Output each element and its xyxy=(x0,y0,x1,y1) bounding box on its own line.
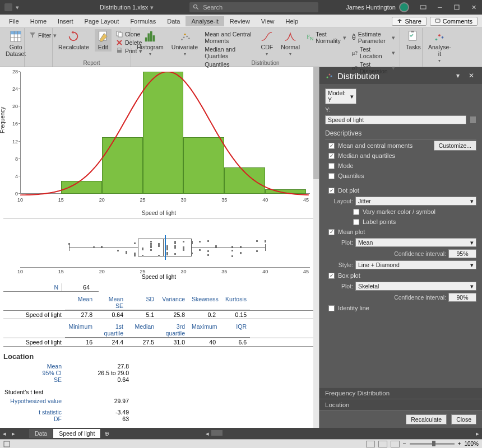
chk-meanplot[interactable]: ✓ xyxy=(328,229,335,235)
panel-recalculate-button[interactable]: Recalculate xyxy=(406,414,447,424)
stat-header: Kurtosis xyxy=(219,295,250,310)
section-location[interactable]: Location xyxy=(319,399,482,410)
mean-moments-button[interactable]: Mean and Central Moments xyxy=(203,30,255,45)
style-dropdown[interactable]: Line + Diamond▾ xyxy=(355,260,476,269)
hscroll-left[interactable]: ◂ xyxy=(206,430,209,437)
panel-close-footer-button[interactable]: Close xyxy=(451,414,476,424)
panel-close-button[interactable]: ✕ xyxy=(466,71,476,81)
loc-mean-v: 27.8 xyxy=(65,363,132,370)
estimate-parameter-button[interactable]: θ̂Estimate Parameter▾ xyxy=(351,30,396,45)
chk-mean-moments[interactable]: ✓ xyxy=(328,143,335,149)
view-normal[interactable] xyxy=(366,441,375,447)
ci95-input[interactable]: 95% xyxy=(448,249,476,258)
user-area[interactable]: James Huntington xyxy=(346,2,409,12)
jitter-point xyxy=(134,254,136,256)
share-button[interactable]: Share xyxy=(392,17,426,26)
tab-help[interactable]: Help xyxy=(280,16,304,26)
median-quartiles-button[interactable]: Median and Quartiles xyxy=(203,45,255,60)
sheet-prev[interactable]: ◂ xyxy=(0,430,9,437)
recalculate-button[interactable]: Recalculate xyxy=(56,29,91,52)
x-tick: 25 xyxy=(140,197,146,203)
tab-formulas[interactable]: Formulas xyxy=(124,16,161,26)
filename-dropdown[interactable]: ▾ xyxy=(148,4,156,11)
boxplot-chart: 1015202530354045 Speed of light xyxy=(3,218,314,280)
filter-icon xyxy=(29,32,36,39)
zoom-out[interactable]: − xyxy=(403,441,406,447)
ci90-input[interactable]: 90% xyxy=(448,293,476,302)
comments-button[interactable]: Comments xyxy=(430,17,478,26)
stat-value: 40 xyxy=(188,338,219,346)
histogram-bar xyxy=(265,189,306,194)
tab-file[interactable]: File xyxy=(3,16,25,26)
boxplot-dropdown[interactable]: Skeletal▾ xyxy=(355,282,476,291)
panel-menu-button[interactable]: ▾ xyxy=(454,71,462,81)
sheet-data[interactable]: Data xyxy=(29,429,53,438)
record-macro-icon[interactable] xyxy=(3,441,10,447)
sheet-add[interactable]: ⊕ xyxy=(101,430,112,437)
univariate-button[interactable]: Univariate▾ xyxy=(169,29,200,58)
jitter-point xyxy=(158,245,160,247)
zoom-level[interactable]: 100% xyxy=(464,441,479,447)
tab-home[interactable]: Home xyxy=(25,16,52,26)
svg-rect-34 xyxy=(470,116,476,123)
lbl-ci1: Confidence interval: xyxy=(355,250,446,257)
sheet-speed-of-light[interactable]: Speed of light xyxy=(53,429,101,438)
tasks-button[interactable]: Tasks xyxy=(404,29,423,52)
jitter-point xyxy=(174,242,176,244)
tab-insert[interactable]: Insert xyxy=(52,16,79,26)
meanplot-dropdown[interactable]: Mean▾ xyxy=(355,238,476,247)
test-normality-button[interactable]: FNTest Normality▾ xyxy=(305,30,347,45)
location-heading: Location xyxy=(3,352,314,361)
normal-button[interactable]: Normal▾ xyxy=(279,29,302,58)
jitter-point xyxy=(166,248,168,250)
close-button[interactable]: ✕ xyxy=(465,0,482,15)
chk-vary-marker[interactable] xyxy=(353,209,359,215)
sheet-next[interactable]: ▸ xyxy=(9,430,18,437)
distribution-panel: Distribution ▾ ✕ Model: Y▾ Y: Speed of l… xyxy=(319,67,482,428)
jitter-point xyxy=(134,242,136,244)
chk-label-points[interactable] xyxy=(353,219,359,225)
y-field[interactable]: Speed of light xyxy=(325,115,466,124)
histogram-button[interactable]: Histogram▾ xyxy=(135,29,166,58)
test-location-button[interactable]: μ?Test Location▾ xyxy=(351,45,396,60)
cdf-button[interactable]: CDF▾ xyxy=(258,29,275,58)
qat-dropdown[interactable]: ▾ xyxy=(16,4,19,11)
hscroll-right[interactable]: ▸ xyxy=(473,430,482,437)
zoom-slider[interactable] xyxy=(410,443,455,445)
edit-button[interactable]: Edit xyxy=(95,29,112,52)
minimize-button[interactable]: ─ xyxy=(432,0,448,15)
maximize-button[interactable] xyxy=(448,0,465,15)
analyse-it-button[interactable]: Analyse-it▾ xyxy=(426,29,453,64)
model-dropdown[interactable]: Model: Y▾ xyxy=(325,88,356,104)
jitter-point xyxy=(166,245,168,247)
jitter-point xyxy=(191,242,193,244)
chk-dotplot[interactable]: ✓ xyxy=(328,188,335,194)
chk-median-quartiles[interactable]: ✓ xyxy=(328,153,335,159)
ribbon-display-icon[interactable] xyxy=(415,0,432,15)
tab-view[interactable]: View xyxy=(256,16,280,26)
svg-rect-20 xyxy=(153,35,155,41)
section-freq-dist[interactable]: Frequency Distribution xyxy=(319,387,482,399)
customize-button[interactable]: Customize... xyxy=(434,141,476,151)
stat-row-label: Speed of light xyxy=(3,338,65,346)
search-box[interactable]: Search xyxy=(189,2,318,12)
y-field-icon[interactable] xyxy=(470,116,476,124)
tab-page-layout[interactable]: Page Layout xyxy=(79,16,125,26)
hscroll-thumb[interactable] xyxy=(211,430,223,436)
jitter-point xyxy=(117,250,119,251)
scrollbar[interactable] xyxy=(313,67,319,428)
stats-table-2: Minimum1st quartileMedian3rd quartileMax… xyxy=(3,323,314,347)
jitter-point xyxy=(256,240,258,242)
chk-mode[interactable] xyxy=(328,163,335,169)
zoom-in[interactable]: + xyxy=(458,441,461,447)
tab-analyse-it[interactable]: Analyse-it xyxy=(186,16,224,26)
view-layout[interactable] xyxy=(378,441,387,447)
tab-data[interactable]: Data xyxy=(161,16,186,26)
layout-dropdown[interactable]: Jitter▾ xyxy=(355,197,476,206)
tab-review[interactable]: Review xyxy=(224,16,256,26)
chk-boxplot[interactable]: ✓ xyxy=(328,273,335,279)
y-tick: 8 xyxy=(8,156,18,162)
chk-identity[interactable] xyxy=(328,305,335,311)
view-pagebreak[interactable] xyxy=(391,441,400,447)
chk-quantiles[interactable] xyxy=(328,173,335,179)
